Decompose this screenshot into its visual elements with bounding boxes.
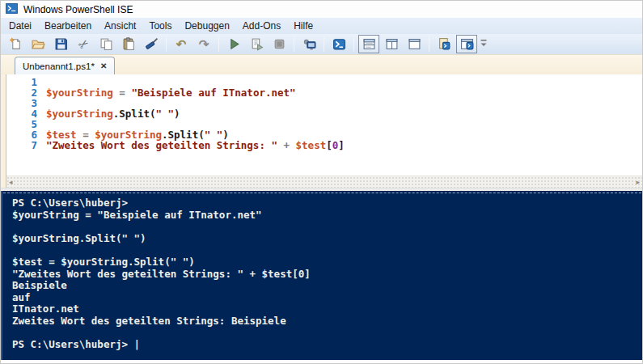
tab-unbenannt1[interactable]: Unbenannt1.ps1* ✕	[15, 57, 115, 74]
save-script-button[interactable]	[50, 35, 71, 53]
editor-left-margin	[1, 74, 6, 188]
script-editor-zone: 12$yourString = "Beispiele auf ITnator.n…	[1, 74, 642, 188]
console-line	[2, 244, 642, 256]
toolbar-separator	[324, 37, 324, 52]
undo-button[interactable]: ↶	[171, 35, 192, 53]
code-line: 7"Zweites Wort des geteilten Strings: " …	[6, 140, 642, 150]
new-remote-powershell-tab-icon	[302, 37, 316, 52]
code-text: $yourString.Split(" ")	[46, 108, 180, 119]
show-script-pane-right-icon	[384, 37, 399, 52]
redo-button[interactable]: ↷	[193, 35, 214, 53]
toolbar-separator	[166, 37, 167, 52]
bottom-strip	[1, 360, 642, 363]
copy-button[interactable]	[95, 35, 116, 53]
menu-tools[interactable]: Tools	[142, 19, 178, 33]
powershell-ise-window: Windows PowerShell ISE DateiBearbeitenAn…	[0, 0, 643, 364]
code-text: "Zweites Wort des geteilten Strings: " +…	[46, 140, 345, 150]
editor-horizontal-scrollbar[interactable]: ◂ ▸	[6, 176, 642, 188]
console-line: auf	[2, 292, 642, 304]
show-script-pane-button[interactable]	[456, 35, 477, 53]
scroll-left-icon[interactable]: ◂	[9, 179, 13, 186]
paste-button[interactable]	[118, 35, 139, 53]
tab-close-icon[interactable]: ✕	[100, 62, 107, 70]
save-script-icon	[53, 37, 68, 52]
toolbar-overflow-button[interactable]	[478, 35, 489, 53]
paste-icon	[121, 37, 136, 52]
console-cursor: |	[134, 338, 141, 350]
new-remote-powershell-tab-button[interactable]	[298, 35, 319, 53]
clear-console-icon	[144, 37, 159, 52]
line-number: 7	[6, 140, 37, 150]
menu-hilfe[interactable]: Hilfe	[287, 19, 319, 33]
console-line: Beispiele	[2, 280, 642, 292]
tab-label: Unbenannt1.ps1*	[23, 61, 95, 71]
console-line: PS C:\Users\huberj>	[2, 197, 642, 210]
undo-icon: ↶	[174, 37, 188, 52]
show-script-pane-maximized-icon	[407, 37, 421, 52]
code-text: $yourString = "Beispiele auf ITnator.net…	[46, 87, 296, 98]
code-line: 4$yourString.Split(" ")	[6, 108, 642, 119]
console-line: Zweites Wort des geteilten Strings: Beis…	[2, 315, 642, 328]
run-script-button[interactable]	[223, 35, 244, 53]
script-tab-strip: Unbenannt1.ps1* ✕	[1, 55, 642, 74]
cut-icon: ✂	[76, 37, 91, 52]
start-powershell-exe-icon	[332, 37, 346, 52]
menu-bearbeiten[interactable]: Bearbeiten	[38, 19, 98, 33]
new-script-button[interactable]	[5, 35, 26, 53]
console-line: PS C:\Users\huberj> |	[2, 339, 642, 351]
console-line	[2, 221, 642, 233]
show-script-pane-top-button[interactable]	[358, 35, 379, 53]
run-selection-button[interactable]	[246, 35, 267, 53]
redo-icon: ↷	[197, 37, 211, 52]
console-line: $yourString = "Beispiele auf ITnator.net…	[2, 210, 642, 222]
show-command-window-button[interactable]	[434, 35, 455, 53]
show-script-pane-top-icon	[362, 37, 376, 52]
run-selection-icon	[249, 37, 264, 52]
console-line: ITnator.net	[2, 303, 642, 315]
console-line	[2, 328, 642, 340]
scroll-right-icon[interactable]: ▸	[636, 179, 640, 186]
toolbar-separator	[429, 37, 429, 52]
menu-debuggen[interactable]: Debuggen	[178, 19, 235, 33]
open-script-button[interactable]	[27, 35, 49, 53]
start-powershell-exe-button[interactable]	[328, 35, 349, 53]
console-pane[interactable]: PS C:\Users\huberj>$yourString = "Beispi…	[1, 191, 642, 360]
toolbar-overflow-icon	[480, 38, 488, 50]
open-script-icon	[31, 37, 45, 52]
menu-bar: DateiBearbeitenAnsichtToolsDebuggenAdd-O…	[1, 18, 642, 34]
toolbar-separator	[218, 37, 219, 52]
title-bar: Windows PowerShell ISE	[1, 1, 642, 18]
toolbar-separator	[353, 37, 354, 52]
powershell-ise-app-icon	[6, 2, 18, 17]
cut-button[interactable]: ✂	[73, 35, 94, 53]
toolbar: ✂↶↷	[1, 34, 642, 55]
menu-ansicht[interactable]: Ansicht	[98, 19, 142, 33]
show-script-pane-icon	[459, 37, 474, 52]
clear-console-button[interactable]	[141, 35, 162, 53]
console-line: $yourString.Split(" ")	[2, 233, 642, 245]
stop-operation-button[interactable]	[269, 35, 290, 53]
menu-add-ons[interactable]: Add-Ons	[236, 19, 287, 33]
new-script-icon	[8, 37, 23, 52]
run-script-icon	[226, 37, 241, 52]
copy-icon	[99, 37, 113, 52]
menu-datei[interactable]: Datei	[2, 19, 38, 33]
show-script-pane-maximized-button[interactable]	[404, 35, 425, 53]
console-line: $test = $yourString.Split(" ")	[2, 256, 642, 269]
show-command-window-icon	[437, 37, 451, 52]
console-line: "Zweites Wort des geteilten Strings: " +…	[2, 269, 642, 281]
show-script-pane-right-button[interactable]	[381, 35, 402, 53]
window-title: Windows PowerShell ISE	[23, 4, 133, 15]
stop-operation-icon	[272, 37, 286, 52]
script-editor[interactable]: 12$yourString = "Beispiele auf ITnator.n…	[6, 74, 642, 176]
toolbar-separator	[294, 37, 294, 52]
console-top-divider	[3, 193, 641, 193]
code-line: 2$yourString = "Beispiele auf ITnator.ne…	[6, 87, 642, 98]
